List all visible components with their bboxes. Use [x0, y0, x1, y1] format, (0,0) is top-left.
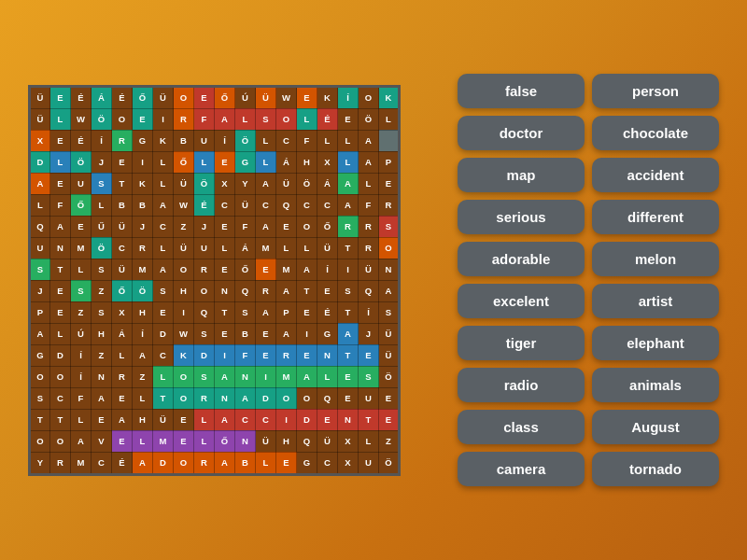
grid-cell: S	[379, 216, 400, 237]
grid-cell: C	[317, 452, 338, 474]
word-button-chocolate[interactable]: chocolate	[592, 116, 719, 150]
grid-cell: E	[153, 301, 174, 323]
grid-cell: K	[174, 344, 194, 366]
grid-cell: L	[379, 108, 400, 130]
grid-cell: T	[50, 409, 71, 430]
grid-cell: A	[379, 280, 400, 301]
grid-cell: A	[71, 430, 92, 452]
grid-cell: R	[379, 194, 400, 216]
grid-cell: C	[215, 194, 235, 216]
grid-cell: Í	[359, 301, 379, 323]
grid-cell: A	[256, 216, 276, 237]
grid-cell: H	[133, 409, 153, 430]
grid-cell: Ő	[235, 259, 256, 280]
grid-cell: Ü	[379, 344, 400, 366]
grid-cell: F	[297, 130, 317, 151]
grid-cell: Ö	[92, 237, 112, 259]
grid-cell: E	[50, 130, 71, 151]
grid-cell: F	[235, 344, 256, 366]
grid-cell: X	[338, 430, 359, 452]
grid-cell: R	[50, 452, 71, 474]
grid-cell: M	[71, 237, 92, 259]
grid-cell: S	[194, 323, 215, 344]
grid-cell: M	[133, 259, 153, 280]
word-button-elephant[interactable]: elephant	[592, 326, 719, 360]
grid-cell: A	[256, 301, 276, 323]
grid-cell: I	[153, 108, 174, 130]
grid-cell: Z	[71, 301, 92, 323]
word-button-doctor[interactable]: doctor	[458, 116, 585, 150]
grid-cell: A	[50, 216, 71, 237]
word-button-tiger[interactable]: tiger	[458, 326, 585, 360]
grid-cell: T	[359, 409, 379, 430]
word-button-radio[interactable]: radio	[458, 368, 585, 402]
word-button-class[interactable]: class	[458, 410, 585, 444]
grid-cell: H	[92, 323, 112, 344]
word-button-camera[interactable]: camera	[458, 452, 585, 486]
grid-cell: D	[194, 344, 215, 366]
word-button-August[interactable]: August	[592, 410, 719, 444]
grid-cell: N	[215, 387, 235, 409]
grid-cell: Ü	[112, 216, 133, 237]
grid-cell: O	[194, 280, 215, 301]
grid-cell: M	[71, 452, 92, 474]
grid-cell: A	[30, 323, 50, 344]
grid-cell: L	[317, 130, 338, 151]
grid-cell: Q	[359, 280, 379, 301]
grid-cell: X	[112, 301, 133, 323]
word-button-excelent[interactable]: excelent	[458, 284, 585, 318]
grid-cell: U	[359, 387, 379, 409]
grid-cell: C	[112, 237, 133, 259]
grid-cell: D	[297, 409, 317, 430]
grid-cell: E	[297, 86, 317, 108]
grid-cell: W	[71, 108, 92, 130]
grid-cell: C	[256, 409, 276, 430]
word-button-artist[interactable]: artist	[592, 284, 719, 318]
grid-cell: H	[133, 301, 153, 323]
grid-cell: P	[276, 301, 297, 323]
grid-cell: O	[50, 430, 71, 452]
grid-cell: L	[133, 430, 153, 452]
grid-cell: H	[297, 151, 317, 173]
grid-cell: X	[338, 452, 359, 474]
grid-cell: R	[174, 108, 194, 130]
grid-cell: P	[379, 151, 400, 173]
grid-cell: Ú	[71, 323, 92, 344]
grid-cell: Q	[194, 301, 215, 323]
word-button-false[interactable]: false	[458, 74, 585, 108]
word-button-animals[interactable]: animals	[592, 368, 719, 402]
grid-cell: L	[317, 366, 338, 387]
grid-cell: R	[338, 216, 359, 237]
grid-cell: X	[30, 130, 50, 151]
grid-cell: L	[92, 194, 112, 216]
word-button-tornado[interactable]: tornado	[592, 452, 719, 486]
word-button-accident[interactable]: accident	[592, 158, 719, 192]
grid-cell: T	[297, 280, 317, 301]
grid-cell: S	[71, 280, 92, 301]
grid-cell: L	[194, 430, 215, 452]
grid-cell: O	[174, 259, 194, 280]
word-button-different[interactable]: different	[592, 200, 719, 234]
grid-cell: R	[112, 130, 133, 151]
grid-cell: G	[317, 323, 338, 344]
grid-cell: A	[276, 323, 297, 344]
word-button-person[interactable]: person	[592, 74, 719, 108]
grid-cell: E	[338, 387, 359, 409]
grid-cell: Ő	[174, 151, 194, 173]
word-button-melon[interactable]: melon	[592, 242, 719, 276]
grid-cell: E	[215, 216, 235, 237]
grid-cell: Á	[235, 237, 256, 259]
word-button-serious[interactable]: serious	[458, 200, 585, 234]
grid-cell: L	[50, 151, 71, 173]
grid-cell: R	[194, 259, 215, 280]
grid-cell: T	[338, 237, 359, 259]
word-button-adorable[interactable]: adorable	[458, 242, 585, 276]
grid-cell: G	[297, 452, 317, 474]
grid-cell: E	[174, 430, 194, 452]
grid-cell: Ő	[317, 216, 338, 237]
grid-cell: W	[174, 194, 194, 216]
grid-cell: N	[215, 280, 235, 301]
grid-cell: O	[297, 387, 317, 409]
word-button-map[interactable]: map	[458, 158, 585, 192]
grid-cell: R	[133, 237, 153, 259]
